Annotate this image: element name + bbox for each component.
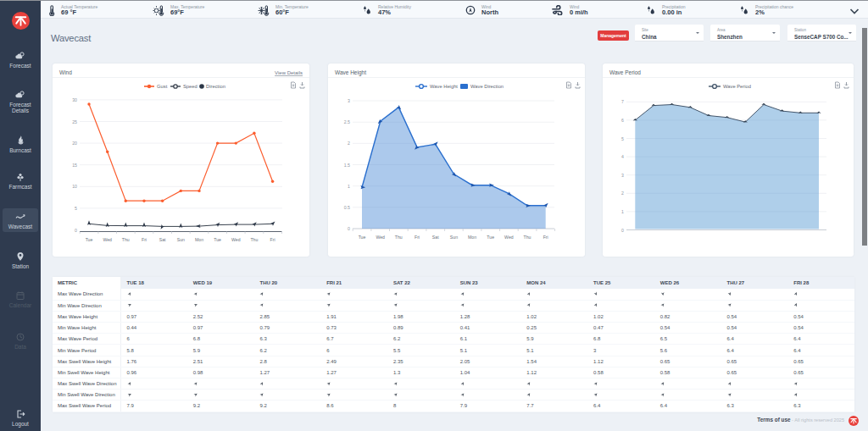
svg-text:0.5: 0.5 [344,205,350,210]
svg-text:Thu: Thu [122,237,130,242]
svg-text:Wed: Wed [504,235,514,240]
svg-text:10: 10 [72,184,77,189]
svg-text:Wave Direction: Wave Direction [470,84,504,89]
svg-text:Wed: Wed [103,237,112,242]
svg-text:3: 3 [621,173,624,178]
svg-text:Tue: Tue [86,237,93,242]
svg-text:1: 1 [348,184,350,189]
svg-text:4: 4 [621,154,624,159]
svg-text:Mon: Mon [468,235,476,240]
svg-text:Mon: Mon [195,237,203,242]
svg-text:Sun: Sun [177,237,185,242]
svg-text:Tue: Tue [487,235,494,240]
svg-text:15: 15 [72,163,77,168]
svg-text:5: 5 [621,136,624,141]
svg-text:Gust: Gust [157,84,168,89]
svg-text:1.5: 1.5 [344,163,350,168]
svg-text:3: 3 [348,98,350,103]
svg-text:0: 0 [348,226,350,231]
svg-text:Thu: Thu [395,235,403,240]
svg-text:1: 1 [621,209,624,214]
svg-text:Speed: Speed [183,84,198,89]
svg-text:0: 0 [621,228,624,233]
svg-text:Thu: Thu [250,237,258,242]
svg-text:Fri: Fri [270,237,275,242]
svg-text:20: 20 [72,141,77,146]
svg-text:Wave Period: Wave Period [609,69,641,75]
svg-text:Tue: Tue [359,235,366,240]
svg-text:Wed: Wed [376,235,385,240]
svg-text:2.5: 2.5 [344,119,350,124]
svg-text:30: 30 [72,97,77,102]
svg-text:Wind: Wind [59,69,72,75]
svg-text:2: 2 [348,141,350,146]
svg-text:Wave Height: Wave Height [335,69,366,76]
svg-text:Wave Period: Wave Period [723,84,751,89]
svg-text:Fri: Fri [142,237,147,242]
svg-text:2: 2 [621,191,624,196]
svg-text:Fri: Fri [415,235,420,240]
svg-text:Sun: Sun [450,235,458,240]
svg-text:Wed: Wed [231,237,241,242]
svg-text:Fri: Fri [543,235,548,240]
svg-text:Wave Height: Wave Height [430,84,458,89]
svg-text:View Details: View Details [275,70,303,75]
svg-text:Tue: Tue [214,237,221,242]
svg-text:Direction: Direction [206,84,225,89]
svg-text:7: 7 [621,99,624,104]
svg-text:25: 25 [72,119,77,124]
svg-text:6: 6 [621,118,624,123]
svg-text:Thu: Thu [524,235,531,240]
svg-text:Sat: Sat [432,235,439,240]
svg-text:5: 5 [75,206,77,211]
svg-text:0: 0 [75,228,77,233]
svg-text:Sat: Sat [159,237,166,242]
